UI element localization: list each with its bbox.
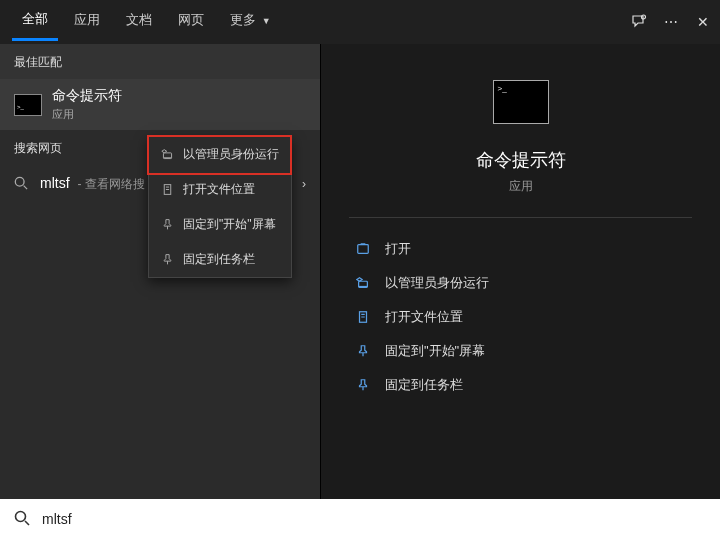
- action-pin-start-label: 固定到"开始"屏幕: [385, 342, 485, 360]
- feedback-icon[interactable]: [630, 13, 648, 31]
- shield-icon: [353, 276, 373, 290]
- folder-icon: [353, 310, 373, 324]
- svg-rect-5: [358, 245, 369, 254]
- preview-title: 命令提示符: [476, 148, 566, 172]
- tab-more[interactable]: 更多 ▼: [220, 5, 281, 39]
- tab-more-label: 更多: [230, 12, 256, 27]
- ctx-pin-taskbar[interactable]: 固定到任务栏: [149, 242, 291, 277]
- top-bar: 全部 应用 文档 网页 更多 ▼ ⋯ ✕: [0, 0, 720, 44]
- action-open[interactable]: 打开: [349, 232, 692, 266]
- ctx-run-admin-label: 以管理员身份运行: [183, 146, 279, 163]
- action-pin-taskbar-label: 固定到任务栏: [385, 376, 463, 394]
- svg-point-8: [16, 511, 26, 521]
- chevron-down-icon: ▼: [262, 16, 271, 26]
- result-subtitle: 应用: [52, 107, 122, 122]
- preview-panel: 命令提示符 应用 打开 以管理员身份运行 打开文件位置: [320, 44, 720, 499]
- more-options-icon[interactable]: ⋯: [662, 13, 680, 31]
- preview-subtitle: 应用: [509, 178, 533, 195]
- pin-icon: [159, 253, 175, 266]
- pin-icon: [353, 344, 373, 358]
- shield-icon: [159, 148, 175, 161]
- action-pin-taskbar[interactable]: 固定到任务栏: [349, 368, 692, 402]
- ctx-pin-start-label: 固定到"开始"屏幕: [183, 216, 276, 233]
- svg-line-9: [25, 521, 29, 525]
- folder-icon: [159, 183, 175, 196]
- topbar-actions: ⋯ ✕: [630, 13, 712, 31]
- ctx-pin-start[interactable]: 固定到"开始"屏幕: [149, 207, 291, 242]
- action-run-as-admin[interactable]: 以管理员身份运行: [349, 266, 692, 300]
- tab-web[interactable]: 网页: [168, 5, 214, 39]
- search-bar: [0, 499, 720, 539]
- result-title: 命令提示符: [52, 87, 122, 105]
- web-suffix: - 查看网络搜: [77, 177, 144, 191]
- search-icon: [14, 510, 30, 529]
- cmd-icon: [14, 94, 42, 116]
- results-panel: 最佳匹配 命令提示符 应用 搜索网页 mltsf - 查看网络搜 ›: [0, 44, 320, 499]
- pin-icon: [159, 218, 175, 231]
- chevron-right-icon: ›: [302, 177, 306, 191]
- search-icon: [14, 176, 30, 193]
- filter-tabs: 全部 应用 文档 网页 更多 ▼: [12, 4, 281, 41]
- action-open-label: 打开: [385, 240, 411, 258]
- svg-line-2: [24, 185, 28, 189]
- svg-point-1: [15, 177, 24, 186]
- main-area: 最佳匹配 命令提示符 应用 搜索网页 mltsf - 查看网络搜 ›: [0, 44, 720, 499]
- web-query: mltsf: [40, 175, 70, 191]
- action-open-location[interactable]: 打开文件位置: [349, 300, 692, 334]
- preview-cmd-icon: [493, 80, 549, 124]
- open-icon: [353, 242, 373, 256]
- tab-all[interactable]: 全部: [12, 4, 58, 41]
- tab-docs[interactable]: 文档: [116, 5, 162, 39]
- ctx-open-location-label: 打开文件位置: [183, 181, 255, 198]
- best-match-result[interactable]: 命令提示符 应用: [0, 79, 320, 130]
- ctx-pin-taskbar-label: 固定到任务栏: [183, 251, 255, 268]
- tab-apps[interactable]: 应用: [64, 5, 110, 39]
- divider: [349, 217, 692, 218]
- search-input[interactable]: [42, 511, 706, 527]
- section-best-match: 最佳匹配: [0, 44, 320, 79]
- close-icon[interactable]: ✕: [694, 13, 712, 31]
- context-menu: 以管理员身份运行 打开文件位置 固定到"开始"屏幕 固定到任务栏: [148, 136, 292, 278]
- action-run-admin-label: 以管理员身份运行: [385, 274, 489, 292]
- action-pin-start[interactable]: 固定到"开始"屏幕: [349, 334, 692, 368]
- ctx-open-location[interactable]: 打开文件位置: [149, 172, 291, 207]
- action-open-location-label: 打开文件位置: [385, 308, 463, 326]
- result-text: 命令提示符 应用: [52, 87, 122, 122]
- action-list: 打开 以管理员身份运行 打开文件位置 固定到"开始"屏幕: [349, 232, 692, 402]
- ctx-run-as-admin[interactable]: 以管理员身份运行: [149, 137, 291, 172]
- pin-icon: [353, 378, 373, 392]
